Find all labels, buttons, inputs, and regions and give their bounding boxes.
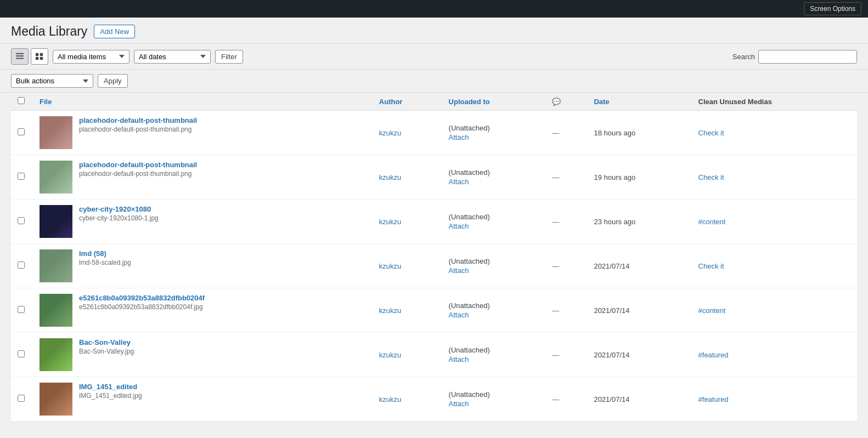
- clean-unused-cell: Check it: [692, 244, 857, 288]
- uploaded-to-status: (Unattached): [449, 346, 490, 354]
- apply-button[interactable]: Apply: [98, 74, 128, 88]
- file-title-link[interactable]: Bac-Son-Valley: [79, 338, 174, 346]
- list-view-button[interactable]: [11, 48, 29, 65]
- author-cell: kzukzu: [373, 111, 442, 155]
- content-tag-link[interactable]: #featured: [698, 351, 729, 359]
- date-value: 2021/07/14: [594, 351, 629, 359]
- author-link[interactable]: kzukzu: [379, 129, 401, 137]
- attach-link[interactable]: Attach: [449, 133, 539, 141]
- clean-unused-cell: #featured: [692, 377, 857, 422]
- file-name: placehodor-default-post-thumbnail.png: [79, 170, 197, 178]
- date-value: 2021/07/14: [594, 306, 629, 315]
- comment-count: —: [552, 218, 559, 226]
- content-tag-link[interactable]: #content: [698, 306, 726, 315]
- author-link[interactable]: kzukzu: [379, 351, 401, 359]
- attach-link[interactable]: Attach: [449, 178, 539, 186]
- file-title-link[interactable]: lmd (58): [79, 249, 174, 258]
- file-cell: IMG_1451_edited IMG_1451_edited.jpg Edit…: [33, 377, 373, 422]
- author-link[interactable]: kzukzu: [379, 218, 401, 226]
- date-filter-select[interactable]: All dates 2021/07: [134, 50, 211, 64]
- date-value: 19 hours ago: [594, 173, 635, 181]
- uploaded-to-status: (Unattached): [449, 168, 490, 177]
- clean-unused-cell: #content: [692, 288, 857, 333]
- check-it-link[interactable]: Check it: [698, 173, 724, 181]
- uploaded-to-column-header[interactable]: Uploaded to: [442, 93, 546, 111]
- file-title-link[interactable]: e5261c8b0a09392b53a8832dfbb0204f: [79, 294, 205, 302]
- author-cell: kzukzu: [373, 155, 442, 200]
- page-title: Media Library: [11, 24, 87, 39]
- date-cell: 18 hours ago: [587, 111, 691, 155]
- select-all-checkbox[interactable]: [18, 97, 25, 104]
- view-toggle: [11, 48, 48, 65]
- file-cell: placehodor-default-post-thumbnail placeh…: [33, 155, 373, 200]
- content-tag-link[interactable]: #featured: [698, 395, 729, 403]
- list-icon: [16, 53, 24, 60]
- uploaded-to-status: (Unattached): [449, 302, 490, 310]
- media-filter-select[interactable]: All media items Images Audio Video Docum…: [53, 50, 129, 64]
- row-checkbox[interactable]: [18, 173, 25, 180]
- comment-count: —: [552, 173, 559, 181]
- attach-link[interactable]: Attach: [449, 311, 539, 319]
- row-checkbox[interactable]: [18, 217, 25, 224]
- table-row: lmd (58) lmd-58-scaled.jpg Edit | Delete…: [11, 244, 857, 288]
- file-column-header[interactable]: File: [33, 93, 373, 111]
- row-checkbox[interactable]: [18, 350, 25, 357]
- content-tag-link[interactable]: #content: [698, 218, 726, 226]
- table-body: placehodor-default-post-thumbnail placeh…: [11, 111, 857, 422]
- file-name: lmd-58-scaled.jpg: [79, 259, 174, 266]
- date-value: 2021/07/14: [594, 262, 629, 270]
- uploaded-to-status: (Unattached): [449, 390, 490, 399]
- filter-button[interactable]: Filter: [215, 50, 243, 64]
- date-value: 2021/07/14: [594, 395, 629, 403]
- file-cell: placehodor-default-post-thumbnail placeh…: [33, 111, 373, 155]
- file-info: placehodor-default-post-thumbnail placeh…: [79, 161, 197, 186]
- svg-rect-2: [16, 58, 24, 59]
- file-title-link[interactable]: placehodor-default-post-thumbnail: [79, 116, 197, 124]
- row-checkbox[interactable]: [18, 395, 25, 402]
- attach-link[interactable]: Attach: [449, 400, 539, 408]
- comment-cell: —: [545, 111, 587, 155]
- uploaded-to-status: (Unattached): [449, 213, 490, 221]
- comment-cell: —: [545, 377, 587, 422]
- bulk-bar: Bulk actions Delete Permanently Apply: [0, 70, 868, 93]
- author-link[interactable]: kzukzu: [379, 262, 401, 270]
- file-title-link[interactable]: cyber-city-1920×1080: [79, 205, 174, 213]
- toolbar: All media items Images Audio Video Docum…: [0, 43, 868, 70]
- check-it-link[interactable]: Check it: [698, 262, 724, 270]
- file-title-link[interactable]: IMG_1451_edited: [79, 383, 174, 391]
- comment-count: —: [552, 395, 559, 403]
- attach-link[interactable]: Attach: [449, 355, 539, 363]
- check-it-link[interactable]: Check it: [698, 129, 724, 137]
- search-input[interactable]: [758, 50, 857, 64]
- attach-link[interactable]: Attach: [449, 222, 539, 230]
- author-link[interactable]: kzukzu: [379, 173, 401, 181]
- svg-rect-6: [40, 57, 43, 60]
- screen-options-button[interactable]: Screen Options: [804, 2, 861, 15]
- author-link[interactable]: kzukzu: [379, 306, 401, 315]
- author-link[interactable]: kzukzu: [379, 395, 401, 403]
- bulk-actions-select[interactable]: Bulk actions Delete Permanently: [11, 74, 93, 88]
- date-column-header[interactable]: Date: [587, 93, 691, 111]
- add-new-button[interactable]: Add New: [94, 25, 135, 38]
- row-checkbox[interactable]: [18, 261, 25, 269]
- author-cell: kzukzu: [373, 377, 442, 422]
- grid-view-button[interactable]: [31, 48, 48, 65]
- attach-link[interactable]: Attach: [449, 266, 539, 275]
- thumbnail: [40, 161, 72, 194]
- row-checkbox[interactable]: [18, 128, 25, 135]
- thumbnail: [40, 338, 72, 371]
- comment-count: —: [552, 306, 559, 315]
- uploaded-to-status: (Unattached): [449, 257, 490, 265]
- file-title-link[interactable]: placehodor-default-post-thumbnail: [79, 161, 197, 169]
- file-info: placehodor-default-post-thumbnail placeh…: [79, 116, 197, 142]
- row-checkbox[interactable]: [18, 306, 25, 313]
- file-cell: e5261c8b0a09392b53a8832dfbb0204f e5261c8…: [33, 288, 373, 333]
- author-column-header[interactable]: Author: [373, 93, 442, 111]
- file-name: Bac-Son-Valley.jpg: [79, 348, 174, 355]
- date-cell: 2021/07/14: [587, 377, 691, 422]
- select-all-header[interactable]: [11, 93, 33, 111]
- uploaded-to-cell: (Unattached) Attach: [442, 155, 546, 200]
- thumbnail: [40, 294, 72, 327]
- comment-cell: —: [545, 333, 587, 377]
- grid-icon: [36, 53, 43, 60]
